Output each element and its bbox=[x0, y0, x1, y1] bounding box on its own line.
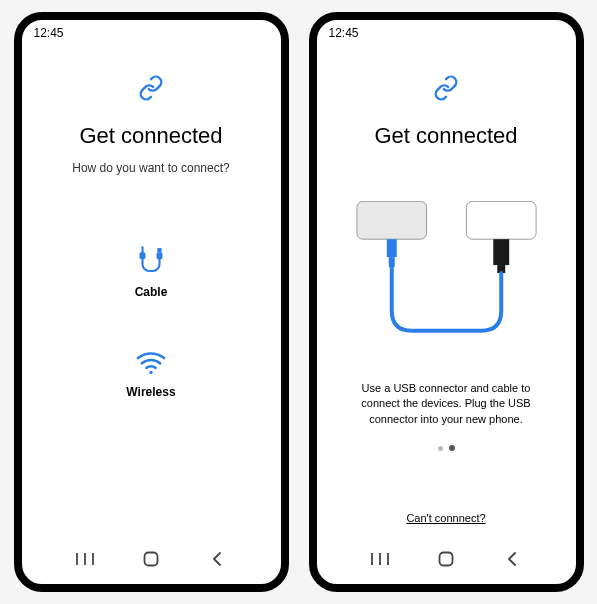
instruction-text: Use a USB connector and cable to connect… bbox=[337, 381, 556, 427]
nav-bar bbox=[317, 538, 576, 584]
connection-options: Cable Wireless bbox=[126, 245, 175, 399]
link-icon bbox=[138, 75, 164, 105]
svg-rect-7 bbox=[144, 553, 157, 566]
cable-option[interactable]: Cable bbox=[134, 245, 168, 299]
dot-1 bbox=[438, 446, 443, 451]
nav-back[interactable] bbox=[501, 548, 523, 570]
phone-right: 12:45 Get connected bbox=[309, 12, 584, 592]
cable-label: Cable bbox=[135, 285, 168, 299]
nav-recents[interactable] bbox=[369, 548, 391, 570]
svg-rect-8 bbox=[356, 201, 426, 239]
nav-recents[interactable] bbox=[74, 548, 96, 570]
screen-content: Get connected How do you want to connect… bbox=[22, 40, 281, 538]
cable-icon bbox=[134, 245, 168, 279]
nav-back[interactable] bbox=[206, 548, 228, 570]
page-subtitle: How do you want to connect? bbox=[72, 161, 229, 175]
page-indicator bbox=[438, 445, 455, 451]
dot-2 bbox=[449, 445, 455, 451]
cable-illustration bbox=[337, 201, 556, 361]
cant-connect-link[interactable]: Can't connnect? bbox=[406, 512, 485, 524]
nav-home[interactable] bbox=[435, 548, 457, 570]
wireless-option[interactable]: Wireless bbox=[126, 349, 175, 399]
svg-rect-1 bbox=[157, 252, 163, 259]
status-time: 12:45 bbox=[34, 26, 64, 40]
status-bar: 12:45 bbox=[317, 20, 576, 40]
page-title: Get connected bbox=[374, 123, 517, 149]
svg-point-3 bbox=[149, 371, 152, 374]
svg-rect-17 bbox=[439, 553, 452, 566]
link-icon bbox=[433, 75, 459, 105]
page-title: Get connected bbox=[79, 123, 222, 149]
status-time: 12:45 bbox=[329, 26, 359, 40]
nav-bar bbox=[22, 538, 281, 584]
svg-rect-10 bbox=[386, 239, 396, 257]
svg-rect-2 bbox=[157, 248, 161, 252]
wireless-label: Wireless bbox=[126, 385, 175, 399]
screen-content: Get connected Use a USB connector and ca… bbox=[317, 40, 576, 538]
status-bar: 12:45 bbox=[22, 20, 281, 40]
wifi-icon bbox=[134, 349, 168, 379]
nav-home[interactable] bbox=[140, 548, 162, 570]
svg-rect-12 bbox=[493, 239, 509, 265]
svg-rect-9 bbox=[466, 201, 536, 239]
phone-left: 12:45 Get connected How do you want to c… bbox=[14, 12, 289, 592]
